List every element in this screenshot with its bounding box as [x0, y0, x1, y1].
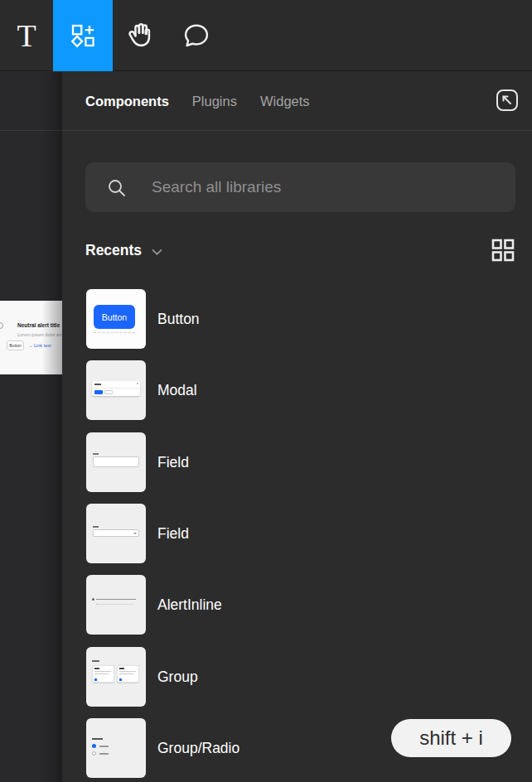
components-icon: [70, 22, 96, 49]
thumb-select-input: [93, 529, 139, 537]
component-thumbnail: [86, 718, 146, 778]
search-input[interactable]: [85, 162, 515, 212]
component-label: Group/Radio: [157, 718, 239, 778]
component-item-group[interactable]: Group: [62, 647, 532, 707]
panel-header: Components Plugins Widgets: [62, 72, 532, 130]
thumb-button-preview: Button: [94, 305, 135, 329]
search-box: [85, 162, 515, 212]
text-tool-button[interactable]: T: [0, 0, 53, 71]
component-label: Field: [157, 504, 189, 563]
thumb-select-arrow: [133, 533, 137, 534]
thumb-field-label: [93, 453, 99, 455]
tab-plugins[interactable]: Plugins: [192, 94, 237, 109]
component-thumbnail: [86, 360, 146, 420]
component-thumbnail: [86, 504, 146, 563]
section-header: Recents: [85, 236, 515, 264]
canvas-area[interactable]: Neutral alert title Lorem ipsum dolor am…: [0, 72, 62, 782]
comment-tool-button[interactable]: [167, 0, 225, 71]
component-label: AlertInline: [157, 575, 222, 635]
component-label: Modal: [157, 360, 197, 420]
grid-icon: [491, 238, 515, 263]
component-thumbnail: Button: [86, 289, 146, 349]
component-item-alertinline[interactable]: AlertInline: [62, 575, 532, 635]
component-label: Field: [157, 432, 189, 492]
grid-view-toggle[interactable]: [491, 238, 515, 263]
assets-panel: Components Plugins Widgets: [62, 72, 532, 782]
toolbar: T: [0, 0, 532, 71]
tab-widgets[interactable]: Widgets: [260, 94, 310, 109]
assets-tool-button[interactable]: [53, 0, 113, 71]
alert-info-icon: [0, 322, 3, 329]
component-thumbnail: [86, 575, 146, 635]
component-item-modal[interactable]: Modal: [62, 360, 532, 420]
recents-dropdown-label[interactable]: Recents: [85, 242, 142, 259]
thumb-baseline: [94, 332, 135, 333]
panel-tabs: Components Plugins Widgets: [85, 94, 310, 109]
hand-icon: [124, 20, 156, 51]
hand-tool-button[interactable]: [113, 0, 167, 71]
comment-icon: [181, 21, 211, 51]
thumb-field-label: [93, 526, 99, 528]
popout-window-icon: [493, 86, 521, 118]
keyboard-shortcut-badge: shift + i: [391, 719, 511, 757]
component-thumbnail: [86, 647, 146, 707]
header-divider: [0, 130, 532, 131]
thumb-modal-preview: [92, 381, 140, 396]
component-item-button[interactable]: Button Button: [62, 289, 532, 349]
panel-drop-shadow: [42, 72, 62, 782]
chevron-down-icon[interactable]: [152, 244, 162, 259]
figma-app-window: T: [0, 0, 532, 782]
component-label: Button: [157, 289, 200, 349]
tab-components[interactable]: Components: [85, 94, 169, 109]
component-label: Group: [157, 647, 198, 707]
popout-panel-button[interactable]: [492, 87, 522, 117]
component-item-field[interactable]: Field: [62, 432, 532, 492]
alert-button: Button: [7, 340, 24, 350]
component-item-field-select[interactable]: Field: [62, 504, 532, 563]
text-tool-icon: T: [17, 17, 36, 54]
component-thumbnail: [86, 432, 146, 492]
thumb-field-input: [93, 456, 139, 467]
